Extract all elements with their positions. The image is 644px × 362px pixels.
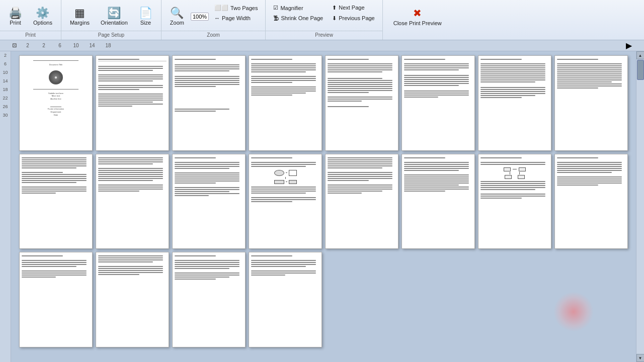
text-line [251, 59, 292, 60]
text-line [98, 104, 163, 105]
text-line [175, 68, 239, 69]
previous-page-button[interactable]: ⬇ Previous Page [329, 14, 378, 23]
text-line [251, 262, 316, 263]
page-content-13 [326, 154, 398, 249]
scroll-thumb[interactable] [637, 60, 644, 80]
cover-footer-line [50, 107, 62, 107]
spacer [480, 83, 549, 86]
text-line [175, 84, 239, 85]
left-ruler-mark-7: 26 [3, 105, 8, 109]
page-thumb-4[interactable] [249, 55, 322, 151]
text-line [98, 74, 163, 75]
page-thumb-2[interactable] [96, 55, 169, 151]
text-line [175, 66, 239, 67]
text-line [480, 87, 545, 88]
page-thumb-14[interactable] [401, 154, 475, 249]
text-line [404, 189, 469, 190]
text-line [175, 264, 239, 265]
page-thumb-8[interactable] [554, 55, 628, 151]
text-line [328, 69, 392, 70]
text-line [557, 157, 598, 158]
close-print-preview-button[interactable]: ✖ Close Print Preview [387, 4, 448, 30]
page-thumb-13[interactable] [325, 154, 398, 249]
close-group: ✖ Close Print Preview [383, 0, 452, 40]
options-button[interactable]: ⚙️ Options [29, 6, 57, 28]
page-content-20 [249, 252, 321, 347]
page-thumb-20[interactable] [249, 252, 322, 347]
text-line [175, 174, 239, 175]
page-thumb-11[interactable] [172, 154, 246, 249]
page-width-button[interactable]: ↔ Page Width [211, 14, 261, 23]
text-line [98, 66, 163, 67]
page-width-icon: ↔ [214, 15, 220, 21]
page-content-15 [478, 154, 551, 249]
text-line [22, 161, 87, 162]
zoom-button[interactable]: 🔍 Zoom [166, 6, 189, 28]
ruler-mark-6: 18 [103, 43, 113, 48]
margins-button[interactable]: ▦ Margins [65, 6, 94, 28]
ruler-corner: ⊡ [12, 42, 17, 49]
spacer [251, 84, 319, 86]
text-line [328, 86, 392, 87]
print-button[interactable]: 🖨️ Print [4, 6, 27, 28]
text-line [175, 164, 239, 165]
page-content-2 [96, 56, 169, 150]
text-line [175, 76, 239, 77]
text-line [175, 195, 209, 196]
text-line [22, 260, 87, 261]
spacer [480, 191, 549, 193]
zoom-input[interactable]: 100% [191, 13, 209, 21]
page-thumb-17[interactable] [19, 252, 93, 347]
text-line [480, 164, 545, 165]
page-thumb-15[interactable] [478, 154, 551, 249]
text-line [480, 183, 545, 184]
net-box-4 [518, 175, 525, 179]
text-line [480, 73, 545, 74]
text-line [328, 191, 382, 192]
text-line [251, 197, 316, 198]
magnifier-button[interactable]: ☑ Magnifier [270, 3, 327, 13]
ruler-mark-3: 6 [55, 43, 65, 48]
net-row-2 [510, 172, 520, 174]
text-line [22, 191, 87, 192]
page-thumb-10[interactable] [96, 154, 169, 249]
page-thumb-1[interactable]: Document Title ● Subtitle text hereMore … [19, 55, 93, 151]
cover-line-1 [33, 60, 78, 61]
page-thumb-18[interactable] [96, 252, 169, 347]
text-line [175, 80, 239, 81]
shrink-one-page-button[interactable]: 🗜 Shrink One Page [270, 14, 327, 23]
scroll-up-button[interactable]: ▲ [636, 51, 645, 59]
scroll-down-button[interactable]: ▼ [636, 354, 645, 362]
text-line [480, 63, 545, 64]
page-thumb-19[interactable] [172, 252, 246, 347]
two-pages-label: Two Pages [230, 5, 258, 11]
page-content-5 [326, 56, 398, 150]
text-line [328, 71, 382, 72]
page-thumb-5[interactable] [325, 55, 398, 151]
spacer [98, 82, 167, 84]
page-thumb-16[interactable] [554, 154, 628, 249]
page-thumb-12[interactable] [249, 154, 322, 249]
cover-title: Document Title [49, 63, 63, 66]
scroll-track [636, 59, 644, 354]
next-page-button[interactable]: ⬆ Next Page [329, 3, 378, 13]
text-line [98, 70, 153, 71]
size-button[interactable]: 📄 Size [134, 6, 157, 28]
orientation-button[interactable]: 🔄 Orientation [96, 6, 132, 28]
text-line [22, 174, 87, 175]
two-pages-button[interactable]: ⬜⬜ Two Pages [211, 3, 261, 13]
page-thumb-7[interactable] [478, 55, 551, 151]
text-line [175, 277, 229, 278]
page-content-14 [402, 154, 474, 249]
page-thumb-6[interactable] [401, 55, 475, 151]
net-box-1 [504, 167, 511, 171]
text-line [404, 176, 469, 177]
page-thumb-3[interactable] [172, 55, 246, 151]
page-setup-buttons: ▦ Margins 🔄 Orientation 📄 Size [65, 6, 157, 28]
size-icon: 📄 [139, 8, 152, 19]
text-line [22, 182, 76, 183]
text-line [175, 64, 239, 65]
page-thumb-9[interactable] [19, 154, 93, 249]
left-ruler-mark-3: 10 [3, 70, 8, 75]
text-line [98, 102, 153, 103]
